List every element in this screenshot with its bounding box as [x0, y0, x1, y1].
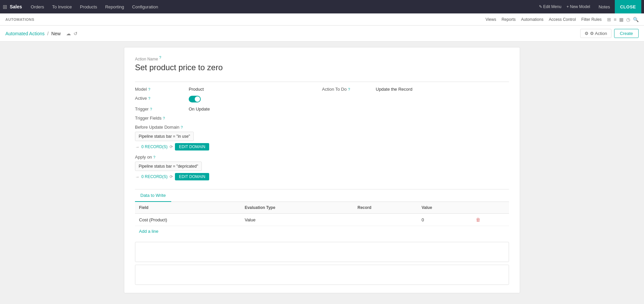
tabs-bar: Data to Write	[135, 189, 509, 202]
form-card: Action Name ? Set product price to zero …	[124, 47, 520, 293]
before-update-help-icon[interactable]: ?	[181, 125, 183, 129]
active-field-row: Active ?	[135, 94, 322, 104]
col-record: Record	[354, 202, 418, 214]
apply-on-section: Apply on ? Pipeline status bar = "depric…	[135, 153, 322, 182]
new-model-button[interactable]: + New Model	[566, 4, 590, 9]
nav-item-reporting[interactable]: Reporting	[102, 0, 127, 13]
active-toggle[interactable]	[189, 96, 201, 102]
action-name-help-icon[interactable]: ?	[159, 55, 161, 59]
apply-on-help-icon[interactable]: ?	[153, 155, 155, 159]
row-field[interactable]: Cost (Product)	[135, 214, 241, 226]
before-update-refresh-icon[interactable]: ⟳	[170, 144, 173, 149]
nav-item-products[interactable]: Products	[77, 0, 100, 13]
action-to-do-label: Action To Do ?	[322, 87, 376, 92]
active-label: Active ?	[135, 96, 189, 101]
action-to-do-field-row: Action To Do ? Update the Record	[322, 85, 509, 94]
nav-item-orders[interactable]: Orders	[28, 0, 48, 13]
trigger-field-row: Trigger ? On Update	[135, 104, 322, 114]
action-label: ⚙ Action	[590, 31, 607, 36]
breadcrumb-bar: Automated Actions / New ☁ ↺ ⚙ ⚙ Action C…	[0, 26, 644, 42]
sub-nav-reports[interactable]: Reports	[502, 17, 516, 22]
sub-nav-label: AUTOMATIONS	[5, 17, 486, 21]
apply-on-rule-text: Pipeline status bar = "depricated"	[139, 164, 198, 169]
action-title[interactable]: Set product price to zero	[135, 63, 509, 75]
action-name-label: Action Name	[135, 57, 158, 61]
form-bottom-section-2	[135, 265, 509, 285]
sub-nav-filter-rules[interactable]: Filter Rules	[581, 17, 602, 22]
tab-data-to-write[interactable]: Data to Write	[135, 189, 171, 202]
apply-on-arrow-icon: →	[135, 174, 139, 179]
nav-item-to-invoice[interactable]: To Invoice	[49, 0, 75, 13]
nav-item-configuration[interactable]: Configuration	[129, 0, 162, 13]
undo-button[interactable]: ↺	[74, 31, 78, 36]
search-icon[interactable]: 🔍	[633, 17, 639, 22]
trigger-value[interactable]: On Update	[189, 106, 210, 112]
row-delete-cell: 🗑	[472, 214, 509, 226]
grid-view-icon[interactable]: ≡	[614, 17, 616, 22]
apply-on-records[interactable]: 0 RECORD(S)	[141, 174, 168, 179]
close-button[interactable]: CLOSE	[615, 0, 641, 13]
col-eval-type: Evaluation Type	[241, 202, 354, 214]
before-update-domain-section: Before Update Domain ? Pipeline status b…	[135, 123, 322, 153]
apply-on-refresh-icon[interactable]: ⟳	[170, 174, 173, 179]
list-view-icon[interactable]: ⊞	[607, 17, 611, 22]
edit-menu-button[interactable]: ✎ Edit Menu	[539, 4, 561, 9]
breadcrumb-parent-link[interactable]: Automated Actions	[5, 31, 45, 36]
top-navigation: ⊞ Sales Orders To Invoice Products Repor…	[0, 0, 644, 13]
main-content: Action Name ? Set product price to zero …	[0, 42, 644, 304]
action-to-do-help-icon[interactable]: ?	[348, 87, 350, 91]
delete-row-icon[interactable]: 🗑	[476, 217, 480, 222]
trigger-fields-row: Trigger Fields ?	[135, 114, 322, 123]
apply-on-rule-box: Pipeline status bar = "depricated"	[135, 162, 202, 171]
action-to-do-value[interactable]: Update the Record	[376, 87, 412, 92]
before-update-edit-domain-button[interactable]: EDIT DOMAIN	[175, 143, 209, 150]
notes-button[interactable]: Notes	[595, 4, 613, 9]
breadcrumb-current: New	[51, 31, 61, 36]
col-field: Field	[135, 202, 241, 214]
clock-icon[interactable]: ◷	[626, 17, 630, 22]
data-table: Field Evaluation Type Record Value Cost …	[135, 202, 509, 226]
before-update-label: Before Update Domain	[135, 125, 179, 130]
trigger-fields-help-icon[interactable]: ?	[163, 116, 165, 120]
trigger-help-icon[interactable]: ?	[150, 107, 152, 111]
action-name-field-label: Action Name ? Set product price to zero	[135, 55, 509, 75]
add-line-link[interactable]: Add a line	[135, 226, 163, 236]
sub-nav-views[interactable]: Views	[486, 17, 496, 22]
before-update-rule-text: Pipeline status bar = "in use"	[139, 134, 190, 139]
model-field-row: Model ? Product	[135, 85, 322, 94]
kanban-view-icon[interactable]: ▦	[619, 17, 624, 22]
gear-icon: ⚙	[585, 31, 589, 36]
before-update-arrow-icon: →	[135, 144, 139, 149]
before-update-rule-box: Pipeline status bar = "in use"	[135, 132, 194, 141]
sub-nav-access-control[interactable]: Access Control	[549, 17, 576, 22]
model-help-icon[interactable]: ?	[148, 87, 150, 91]
model-value[interactable]: Product	[189, 87, 204, 92]
trigger-fields-label: Trigger Fields ?	[135, 116, 189, 121]
app-grid-icon[interactable]: ⊞	[3, 4, 7, 10]
apply-on-edit-domain-button[interactable]: EDIT DOMAIN	[175, 173, 209, 180]
table-row: Cost (Product) Value 0 🗑	[135, 214, 509, 226]
col-value: Value	[417, 202, 472, 214]
action-button[interactable]: ⚙ ⚙ Action	[580, 29, 611, 38]
row-record[interactable]	[354, 214, 418, 226]
create-button[interactable]: Create	[614, 29, 639, 38]
form-bottom-section-1	[135, 242, 509, 262]
active-help-icon[interactable]: ?	[148, 96, 150, 100]
sub-navigation: AUTOMATIONS Views Reports Automations Ac…	[0, 13, 644, 26]
tabs-section: Data to Write Field Evaluation Type Reco…	[135, 189, 509, 236]
before-update-records[interactable]: 0 RECORD(S)	[141, 144, 168, 149]
app-name[interactable]: Sales	[10, 4, 22, 9]
row-eval-type[interactable]: Value	[241, 214, 354, 226]
sub-nav-automations[interactable]: Automations	[521, 17, 544, 22]
row-value[interactable]: 0	[417, 214, 472, 226]
breadcrumb-separator: /	[47, 31, 49, 36]
model-label: Model ?	[135, 87, 189, 92]
trigger-label: Trigger ?	[135, 106, 189, 112]
col-actions	[472, 202, 509, 214]
apply-on-label: Apply on	[135, 155, 152, 160]
save-to-cloud-button[interactable]: ☁	[66, 31, 71, 36]
